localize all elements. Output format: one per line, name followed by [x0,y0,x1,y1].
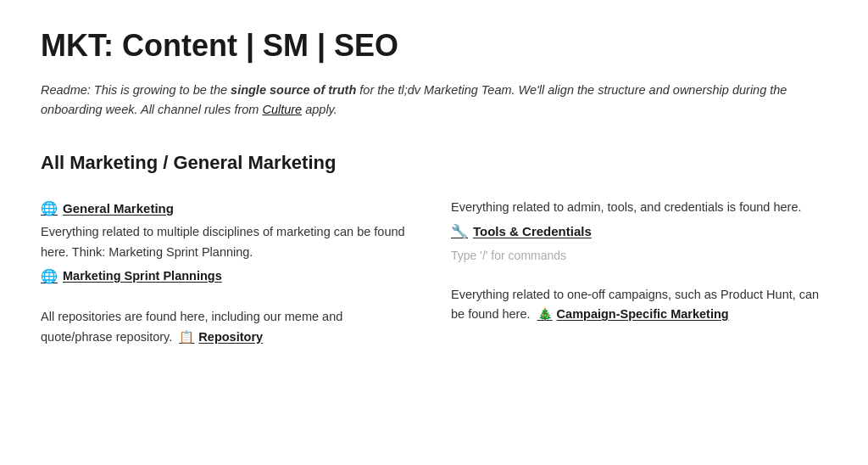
tools-description: Everything related to admin, tools, and … [451,198,827,217]
section-title: All Marketing / General Marketing [41,148,827,177]
globe-icon: 🌐 [41,198,58,220]
tools-credentials-link[interactable]: 🔧 Tools & Credentials [451,221,592,243]
campaign-description: Everything related to one-off campaigns,… [451,285,827,324]
tree-icon: 🎄 [537,305,553,324]
marketing-sprint-link[interactable]: 🌐 Marketing Sprint Plannings [41,266,222,288]
page-title: MKT: Content | SM | SEO [41,27,827,64]
tools-placeholder: Type '/' for commands [451,246,827,265]
campaign-marketing-link[interactable]: 🎄 Campaign-Specific Marketing [537,305,729,324]
readme-bold: single source of truth [231,83,356,97]
general-marketing-link[interactable]: 🌐 General Marketing [41,198,174,220]
general-marketing-card: 🌐 General Marketing Everything related t… [41,198,417,288]
right-column: Everything related to admin, tools, and … [451,198,827,371]
page-container: MKT: Content | SM | SEO Readme: This is … [0,0,868,465]
culture-link[interactable]: Culture [262,103,302,116]
repository-link[interactable]: 📋 Repository [179,328,263,347]
two-col-layout: 🌐 General Marketing Everything related t… [41,198,827,371]
repository-label: Repository [198,328,263,347]
repository-description: All repositories are found here, includi… [41,307,417,346]
wrench-icon: 🔧 [451,221,468,243]
left-column: 🌐 General Marketing Everything related t… [41,198,417,371]
tools-credentials-card: Everything related to admin, tools, and … [451,198,827,265]
clipboard-icon: 📋 [179,328,194,347]
readme-text: Readme: This is growing to be the single… [41,81,827,120]
tools-credentials-label: Tools & Credentials [473,221,592,242]
readme-suffix: apply. [302,103,337,116]
campaign-marketing-label: Campaign-Specific Marketing [557,305,729,324]
repository-card: All repositories are found here, includi… [41,307,417,350]
marketing-sprint-label: Marketing Sprint Plannings [63,266,222,286]
campaign-marketing-card: Everything related to one-off campaigns,… [451,285,827,328]
readme-prefix: Readme: This is growing to be the [41,83,231,97]
general-marketing-description: Everything related to multiple disciplin… [41,222,417,261]
globe-arrow-icon: 🌐 [41,266,58,288]
general-marketing-label: General Marketing [63,199,174,219]
